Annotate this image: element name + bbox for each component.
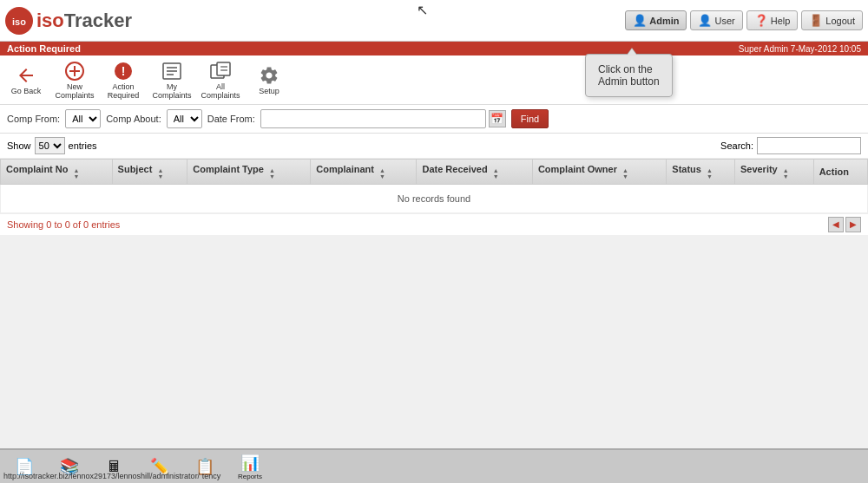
all-complaints-label: AllComplaints (201, 83, 240, 101)
logout-label: Logout (825, 16, 855, 26)
help-label: Help (771, 16, 791, 26)
my-complaints-icon (160, 59, 184, 83)
entries-bar: Show 50 entries Search: (0, 134, 868, 159)
logo: iso isoTracker (5, 7, 132, 35)
my-complaints-label: MyComplaints (152, 83, 191, 101)
user-icon: 👤 (698, 14, 712, 27)
sort-icon-complaint-type: ▲▼ (269, 167, 275, 179)
all-complaints-icon (208, 59, 233, 83)
calendar-icon[interactable]: 📅 (489, 110, 506, 127)
search-input[interactable] (757, 137, 861, 154)
admin-icon: 👤 (633, 14, 647, 27)
svg-text:!: ! (122, 64, 126, 78)
super-admin-info: Super Admin 7-May-2012 10:05 (739, 44, 861, 54)
col-severity[interactable]: Severity ▲▼ (734, 159, 813, 184)
svg-text:iso: iso (12, 16, 26, 27)
search-right: Search: (720, 137, 861, 154)
sort-icon-complaint-owner: ▲▼ (622, 167, 628, 179)
svg-rect-10 (217, 62, 230, 75)
user-button[interactable]: 👤 User (690, 10, 742, 30)
sort-icon-severity: ▲▼ (783, 167, 789, 179)
action-required-button[interactable]: ! ActionRequired (104, 59, 142, 101)
taskbar-item-reports[interactable]: 📊 Reports (229, 451, 271, 482)
date-from-wrap: 📅 (260, 109, 506, 128)
status-bar: Showing 0 to 0 of 0 entries ◀ ▶ (0, 213, 868, 235)
comp-from-select[interactable]: All (65, 109, 101, 128)
prev-page-button[interactable]: ◀ (828, 217, 844, 232)
header: iso isoTracker 👤 Admin 👤 User ❓ Help 🚪 L… (0, 0, 868, 42)
new-complaints-icon (62, 59, 87, 83)
nav-buttons: 👤 Admin 👤 User ❓ Help 🚪 Logout (625, 10, 863, 30)
new-complaints-label: NewComplaints (55, 83, 94, 101)
help-button[interactable]: ❓ Help (746, 10, 799, 30)
no-records-row: No records found (1, 184, 868, 212)
taskbar-label-reports: Reports (238, 473, 262, 480)
date-from-input[interactable] (260, 109, 486, 128)
comp-about-select[interactable]: All (167, 109, 202, 128)
col-date-received[interactable]: Date Received ▲▼ (417, 159, 532, 184)
col-subject[interactable]: Subject ▲▼ (112, 159, 187, 184)
next-page-button[interactable]: ▶ (845, 217, 861, 232)
setup-button[interactable]: Setup (250, 63, 288, 96)
table-header-row: Complaint No ▲▼ Subject ▲▼ Complaint Typ… (1, 159, 868, 184)
go-back-button[interactable]: Go Back (7, 63, 45, 96)
col-complaint-type[interactable]: Complaint Type ▲▼ (187, 159, 311, 184)
help-icon: ❓ (754, 14, 768, 27)
my-complaints-button[interactable]: MyComplaints (153, 59, 191, 101)
action-bar: Action Required Super Admin 7-May-2012 1… (0, 42, 868, 55)
comp-about-label: Comp About: (106, 114, 161, 124)
sort-icon-subject: ▲▼ (157, 167, 163, 179)
show-entries-left: Show 50 entries (7, 137, 97, 154)
action-bar-title: Action Required (7, 43, 81, 54)
sort-icon-complaint-no: ▲▼ (74, 167, 80, 179)
col-complainant[interactable]: Complainant ▲▼ (311, 159, 417, 184)
admin-button[interactable]: 👤 Admin (625, 10, 687, 30)
all-complaints-button[interactable]: AllComplaints (201, 59, 240, 101)
date-from-label: Date From: (207, 114, 255, 124)
logout-icon: 🚪 (809, 14, 823, 27)
admin-label: Admin (649, 16, 679, 26)
taskbar-url: http://isotracker.biz/lennox29173/lennos… (0, 471, 224, 481)
setup-label: Setup (259, 88, 279, 96)
go-back-icon (14, 63, 38, 88)
col-complaint-no[interactable]: Complaint No ▲▼ (1, 159, 113, 184)
new-complaints-button[interactable]: NewComplaints (56, 59, 94, 101)
setup-icon (257, 63, 281, 88)
logo-icon: iso (5, 7, 33, 35)
showing-status: Showing 0 to 0 of 0 entries (7, 219, 120, 230)
go-back-label: Go Back (11, 88, 42, 96)
sort-icon-date-received: ▲▼ (493, 167, 499, 179)
col-action: Action (813, 159, 867, 184)
taskbar: 📄 📚 🖩 ✏️ 📋 📊 Reports http://isotracker.b… (0, 448, 868, 483)
pagination-arrows: ◀ ▶ (828, 217, 861, 232)
logo-text: isoTracker (36, 10, 132, 32)
complaints-table: Complaint No ▲▼ Subject ▲▼ Complaint Typ… (0, 159, 868, 213)
show-label: Show (7, 140, 31, 151)
user-label: User (714, 16, 734, 26)
taskbar-icon-reports: 📊 (240, 454, 260, 473)
comp-from-label: Comp From: (7, 114, 60, 124)
action-required-label: ActionRequired (108, 83, 140, 101)
sort-icon-status: ▲▼ (707, 167, 713, 179)
show-select[interactable]: 50 (35, 137, 65, 154)
toolbar: Go Back NewComplaints ! ActionRequired (0, 55, 868, 105)
table-wrap: Complaint No ▲▼ Subject ▲▼ Complaint Typ… (0, 159, 868, 213)
action-required-icon: ! (111, 59, 135, 83)
logout-button[interactable]: 🚪 Logout (801, 10, 863, 30)
col-complaint-owner[interactable]: Complaint Owner ▲▼ (532, 159, 666, 184)
entries-label: entries (69, 140, 97, 151)
sort-icon-complainant: ▲▼ (379, 167, 385, 179)
no-records-cell: No records found (1, 184, 868, 212)
col-status[interactable]: Status ▲▼ (667, 159, 735, 184)
filter-bar: Comp From: All Comp About: All Date From… (0, 105, 868, 134)
search-label: Search: (720, 140, 753, 151)
find-button[interactable]: Find (511, 109, 549, 128)
